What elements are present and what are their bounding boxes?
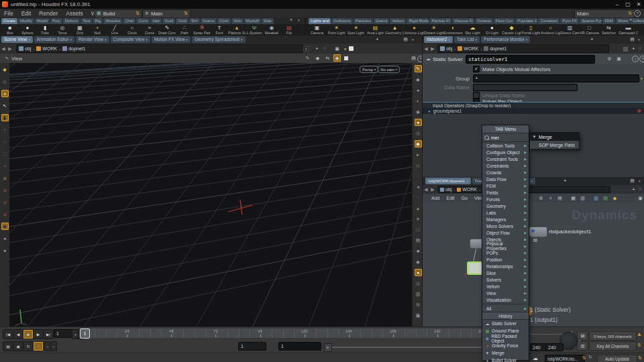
shelf-tool[interactable]: ╱ Line — [106, 25, 123, 36]
fields-icon[interactable]: N — [415, 301, 422, 308]
backface-icon[interactable]: □ — [415, 226, 422, 233]
shelf-tab[interactable]: Wires — [616, 18, 630, 24]
tab-menu-category[interactable]: View▶ — [482, 290, 529, 296]
grid-snap-icon[interactable]: ▦ — [569, 196, 578, 201]
breadcrumb-work[interactable]: WORK — [458, 46, 478, 51]
tab-menu-category[interactable]: Configure Object▶ — [482, 149, 529, 156]
shelf-tab[interactable]: Char — [123, 18, 136, 24]
add-shelf-tab-icon[interactable]: + — [629, 17, 632, 22]
rotate-tool-icon[interactable]: ○ — [1, 138, 9, 145]
keys-info-menu[interactable]: 0 keys, 0/0 channels — [589, 331, 637, 341]
view-tool-icon[interactable]: ● — [1, 90, 9, 97]
close-button[interactable]: ✕ — [633, 1, 644, 7]
breadcrumb-work[interactable]: WORK — [36, 46, 57, 51]
context-path-field[interactable]: /obj/WORK/do... — [545, 355, 585, 362]
background-image-icon[interactable]: ▧ — [592, 196, 600, 201]
construction-plane-icon[interactable]: ◆ — [1, 223, 9, 230]
updown-icon[interactable]: ⇅ — [637, 343, 641, 348]
shelf-tab[interactable]: Vellum — [390, 18, 406, 24]
info-icon[interactable]: i — [632, 56, 639, 62]
tab-menu-category[interactable]: Physical Properties▶ — [482, 243, 529, 249]
snap-multi-icon[interactable]: ∪ — [1, 210, 9, 218]
history-item[interactable]: ●Bullet Solver — [482, 357, 529, 362]
gear-icon[interactable]: ⚙ — [605, 56, 614, 62]
two-sided-icon[interactable]: ◎ — [415, 129, 422, 137]
tab-menu-category[interactable]: Constraints▶ — [482, 162, 529, 169]
snap-grid-icon[interactable]: ∪ — [1, 174, 9, 182]
help-icon[interactable]: ? — [639, 56, 644, 62]
loop-mode-icon[interactable]: ↻ — [23, 341, 34, 351]
pin-params-icon[interactable]: ▣ — [614, 56, 623, 62]
shelf-tool[interactable]: ▦ Grid — [71, 25, 89, 36]
group-field[interactable]: * — [473, 74, 639, 82]
breadcrumb-obj[interactable]: obj — [440, 46, 452, 51]
shelf-tool[interactable]: ☀ Point Light — [327, 25, 346, 36]
shelf-tool[interactable]: ☀ Distant Light — [424, 25, 443, 36]
mutual-affectors-checkbox[interactable]: ✓ — [473, 66, 480, 72]
nav-back-icon[interactable]: ◀ — [423, 187, 429, 192]
handles-icon[interactable]: ✎ — [303, 56, 312, 61]
shelf-tab[interactable]: Poly — [50, 18, 62, 24]
key-all-channels-menu[interactable]: Key All Channels — [589, 341, 637, 351]
bookmark-icon[interactable]: ○ — [639, 186, 641, 191]
search-input[interactable]: mer — [491, 135, 499, 140]
tab-arrow-icon[interactable]: ▾ — [531, 178, 533, 184]
shelf-tab[interactable]: Volu — [231, 18, 244, 24]
sim-cache-icon[interactable]: ◆ — [333, 54, 341, 62]
shelf-tab[interactable]: Guid — [176, 18, 189, 24]
shelf-tab[interactable]: Text — [80, 18, 92, 24]
maximize-button[interactable]: ▢ — [623, 1, 633, 7]
bookmark-add-icon[interactable]: + — [315, 46, 319, 52]
shelf-tool[interactable]: ○ Circle — [123, 25, 141, 36]
shelf-menu-arrow-icon[interactable]: ▾ — [298, 18, 300, 22]
pane-menu-icon[interactable]: ▾ — [639, 179, 641, 183]
shelf-tab[interactable]: Deform — [63, 18, 80, 24]
menu-item[interactable]: Go — [458, 196, 471, 200]
node-label[interactable]: rbdpackedobject1 — [549, 229, 591, 235]
breadcrumb-work[interactable]: WORK — [457, 187, 477, 192]
shelf-tab[interactable]: Create — [1, 18, 17, 24]
new-pane-tab-icon[interactable]: + — [590, 36, 594, 42]
tab-menu-category[interactable]: Slice▶ — [482, 269, 529, 276]
pane-tab[interactable]: Take List▾ — [454, 36, 480, 43]
tab-menu-category[interactable]: Solvers▶ — [482, 276, 529, 283]
shelf-tab[interactable]: Modify — [18, 18, 34, 24]
shelf-tab[interactable]: Grains — [374, 18, 390, 24]
shelf-tool[interactable]: T Font — [211, 25, 228, 36]
viewport-canvas[interactable]: Persp▾ No cam▾ — [9, 63, 412, 326]
snap-point-icon[interactable]: ∪ — [1, 198, 9, 206]
pane-tab[interactable]: Geometry Spreadsheet▾ — [192, 36, 246, 43]
shelf-tab[interactable]: Particles — [354, 18, 373, 24]
shelf-tab[interactable]: Sparse Pyr — [580, 18, 602, 24]
nav-back-icon[interactable]: ◀ — [423, 46, 429, 52]
shelf-tab[interactable]: Collisions — [331, 18, 353, 24]
recook-icon[interactable]: ↻ — [588, 355, 592, 360]
shelf-tool[interactable]: ⇆ Switcher — [599, 25, 619, 36]
bookmark-add-icon[interactable]: + — [632, 46, 635, 52]
node-output-icon[interactable] — [533, 239, 537, 242]
shelf-tab[interactable]: Guid — [162, 18, 175, 24]
pane-tab[interactable]: /obj/WORK/dopnet1▾ — [425, 178, 471, 184]
shelf-tab[interactable]: Particle Fl — [429, 18, 451, 24]
tab-menu-category[interactable]: Fields▶ — [482, 189, 529, 196]
show-points-icon[interactable]: ◆ — [415, 76, 422, 83]
lock-selection-icon[interactable]: ▮ — [1, 114, 9, 121]
shelf-tool[interactable]: ● Volume Light — [405, 25, 424, 36]
view-lights-icon[interactable]: ◉ — [415, 108, 422, 115]
notes-icon[interactable]: ▤ — [555, 196, 564, 201]
list-mode-icon[interactable]: ▥ — [578, 196, 587, 201]
selection-mask-icon[interactable]: ● — [1, 235, 9, 242]
shelf-tool[interactable]: ≈ Curve — [141, 25, 158, 36]
scale-tool-icon[interactable]: □ — [1, 150, 9, 158]
search-result[interactable]: SOP Merge Field — [530, 141, 579, 149]
shelf-tool[interactable]: ✎ Draw Curve — [158, 25, 176, 36]
range-sub-field[interactable]: 1 — [278, 342, 321, 351]
solid-icon[interactable] — [344, 56, 348, 60]
shelf-tool[interactable]: ☁ Sky Light — [463, 25, 482, 36]
pane-maximize-icon[interactable]: ▤ — [628, 178, 637, 184]
shelf-tab[interactable]: Fluid Con — [494, 18, 515, 24]
display-edit-icon[interactable]: ✎ — [415, 65, 422, 72]
history-item[interactable]: ◆RBD Packed Object — [482, 335, 529, 342]
updown-icon[interactable]: ⇅ — [582, 355, 586, 361]
tab-menu-category[interactable]: FEM▶ — [482, 182, 529, 189]
